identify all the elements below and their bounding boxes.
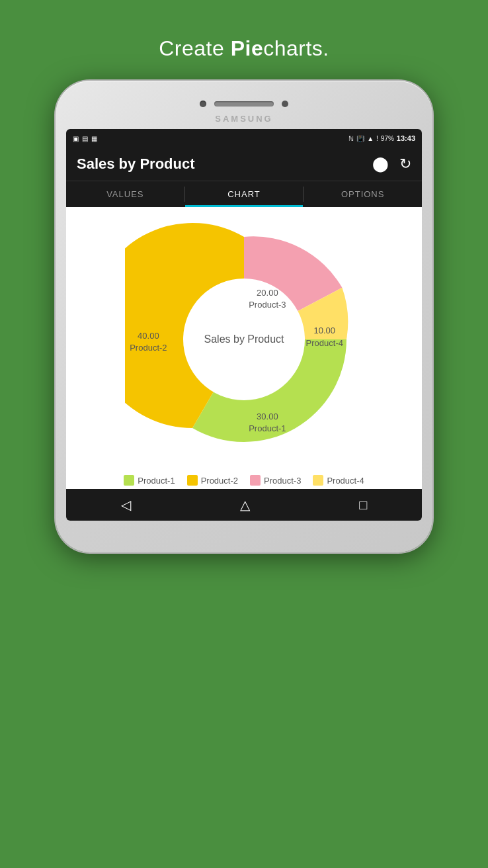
notification-icon: ▣ <box>73 135 79 142</box>
legend-item-product4: Product-4 <box>313 475 364 486</box>
label-product2: 40.00 Product-2 <box>130 330 167 354</box>
app-title: Sales by Product <box>77 155 195 173</box>
label-value-product2: 40.00 <box>130 330 167 342</box>
status-bar: ▣ ▤ ▦ ℕ 📳 ▲ ! 97% 13:43 <box>66 129 422 148</box>
label-value-product4: 10.00 <box>306 325 343 337</box>
tab-values[interactable]: VALUES <box>66 181 184 207</box>
speaker <box>214 101 274 107</box>
app-action-icons: ⬤ ↻ <box>372 155 411 173</box>
label-product3: 20.00 Product-3 <box>249 287 286 311</box>
label-value-product3: 20.00 <box>249 287 286 299</box>
legend-color-product2 <box>187 475 198 486</box>
legend-item-product1: Product-1 <box>124 475 175 486</box>
nfc-icon: ℕ <box>348 135 354 142</box>
tab-chart[interactable]: CHART <box>185 181 304 207</box>
legend-item-product2: Product-2 <box>187 475 238 486</box>
legend-item-product3: Product-3 <box>250 475 301 486</box>
wifi-icon: ▲ <box>367 135 374 142</box>
app-bar: Sales by Product ⬤ ↻ <box>66 148 422 181</box>
chart-area: Sales by Product 20.00 Product-3 10.00 P… <box>66 207 422 468</box>
signal-icon: ! <box>376 135 378 142</box>
image-icon: ▤ <box>82 135 88 142</box>
legend-color-product3 <box>250 475 261 486</box>
phone-cameras <box>200 101 288 107</box>
phone-screen: ▣ ▤ ▦ ℕ 📳 ▲ ! 97% 13:43 Sales by Product… <box>66 129 422 521</box>
label-name-product4: Product-4 <box>306 337 343 349</box>
camera-right <box>282 101 288 107</box>
home-button[interactable]: △ <box>240 497 250 513</box>
status-icons-right: ℕ 📳 ▲ ! 97% 13:43 <box>348 134 415 142</box>
samsung-logo: SAMSUNG <box>215 114 272 124</box>
tab-bar: VALUES CHART OPTIONS <box>66 181 422 207</box>
legend-color-product4 <box>313 475 323 486</box>
phone-bottom <box>65 521 423 541</box>
legend-label-product2: Product-2 <box>201 476 238 486</box>
legend-label-product3: Product-3 <box>264 476 301 486</box>
phone-device: SAMSUNG ▣ ▤ ▦ ℕ 📳 ▲ ! 97% 13:43 Sales by… <box>56 81 432 552</box>
donut-chart: Sales by Product 20.00 Product-3 10.00 P… <box>125 220 363 458</box>
chart-legend: Product-1 Product-2 Product-3 Product-4 <box>66 468 422 489</box>
label-product1: 30.00 Product-1 <box>249 411 286 435</box>
label-value-product1: 30.00 <box>249 411 286 423</box>
label-name-product2: Product-2 <box>130 342 167 354</box>
back-button[interactable]: ◁ <box>121 497 131 513</box>
status-icons-left: ▣ ▤ ▦ <box>73 135 97 142</box>
phone-top: SAMSUNG <box>65 93 423 129</box>
battery-level: 97% <box>381 135 394 142</box>
tab-options[interactable]: OPTIONS <box>304 181 422 207</box>
status-time: 13:43 <box>397 134 415 142</box>
share-icon[interactable]: ⬤ <box>372 155 389 173</box>
refresh-icon[interactable]: ↻ <box>399 155 411 173</box>
page-title: Create Piecharts. <box>159 36 329 61</box>
legend-label-product1: Product-1 <box>138 476 175 486</box>
chart-center-label: Sales by Product <box>204 333 284 345</box>
label-name-product1: Product-1 <box>249 423 286 435</box>
file-icon: ▦ <box>91 135 97 142</box>
label-name-product3: Product-3 <box>249 299 286 311</box>
bottom-nav: ◁ △ □ <box>66 489 422 521</box>
legend-color-product1 <box>124 475 134 486</box>
recents-button[interactable]: □ <box>359 498 367 513</box>
label-product4: 10.00 Product-4 <box>306 325 343 349</box>
camera-left <box>200 101 206 107</box>
legend-label-product4: Product-4 <box>327 476 364 486</box>
vibrate-icon: 📳 <box>356 135 364 142</box>
